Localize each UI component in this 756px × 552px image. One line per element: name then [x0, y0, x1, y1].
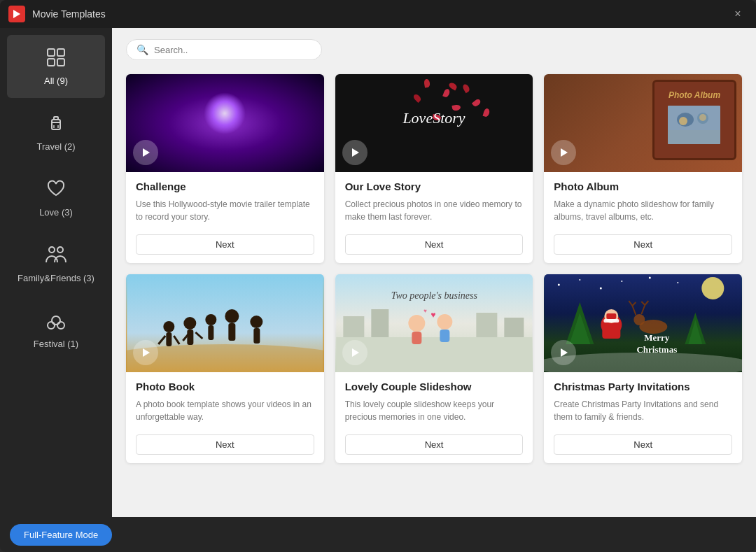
svg-rect-26	[166, 332, 172, 346]
movie-templates-window: Movie Templates × All (9)	[0, 0, 756, 552]
sidebar-item-travel[interactable]: Travel (2)	[7, 101, 105, 164]
next-button-christmas[interactable]: Next	[554, 434, 732, 455]
sidebar-item-all[interactable]: All (9)	[7, 35, 105, 98]
svg-point-47	[408, 315, 425, 332]
svg-marker-15	[352, 148, 359, 157]
svg-rect-6	[54, 117, 58, 120]
svg-point-27	[183, 317, 196, 330]
template-title-photobook: Photo Book	[136, 381, 314, 392]
templates-grid: Challenge Use this Hollywood-style movie…	[112, 67, 756, 517]
search-bar-area: 🔍	[112, 28, 756, 67]
template-footer-couple: Next	[335, 429, 533, 463]
album-cover: Photo Album	[652, 80, 736, 160]
template-desc-couple: This lovely couple slideshow keeps your …	[345, 398, 524, 423]
template-thumb-photoalbum: Photo Album	[544, 74, 742, 172]
svg-rect-28	[187, 330, 193, 345]
template-title-lovestory: Our Love Story	[345, 181, 524, 192]
play-button-couple[interactable]	[342, 340, 368, 365]
template-info-couple: Lovely Couple Slideshow This lovely coup…	[335, 372, 533, 429]
app-logo	[8, 6, 25, 22]
sidebar-item-family[interactable]: Family&Friends (3)	[7, 232, 105, 295]
svg-rect-50	[440, 330, 449, 342]
sidebar-item-festival[interactable]: Festival (1)	[7, 298, 105, 361]
template-desc-challenge: Use this Hollywood-style movie trailer t…	[136, 198, 314, 223]
template-footer-photoalbum: Next	[544, 229, 742, 263]
svg-point-67	[634, 314, 645, 325]
template-info-photobook: Photo Book A photo book template shows y…	[126, 372, 324, 429]
lovestory-text: LoveStory	[402, 109, 465, 127]
svg-marker-53	[352, 348, 359, 357]
next-button-photoalbum[interactable]: Next	[554, 234, 732, 255]
full-feature-button[interactable]: Full-Feature Mode	[10, 524, 112, 546]
next-button-lovestory[interactable]: Next	[345, 234, 524, 255]
template-info-lovestory: Our Love Story Collect precious photos i…	[335, 172, 533, 229]
bottom-bar: Full-Feature Mode	[0, 517, 756, 552]
play-button-photobook[interactable]	[133, 340, 158, 365]
svg-text:Merry: Merry	[645, 332, 671, 343]
template-card-photoalbum: Photo Album	[544, 74, 742, 263]
svg-rect-32	[228, 323, 235, 341]
sidebar-travel-label: Travel (2)	[36, 141, 75, 152]
grid-icon	[46, 47, 66, 71]
svg-marker-0	[13, 10, 20, 18]
close-button[interactable]: ×	[728, 4, 748, 24]
search-input-wrap: 🔍	[126, 39, 322, 60]
svg-rect-71	[607, 313, 617, 319]
svg-point-49	[437, 314, 452, 330]
sidebar-love-label: Love (3)	[39, 207, 73, 218]
svg-point-58	[600, 288, 602, 290]
love-icon	[46, 178, 66, 203]
svg-point-59	[622, 281, 623, 282]
template-desc-christmas: Create Christmas Party Invitations and s…	[554, 398, 732, 423]
svg-point-9	[49, 247, 55, 253]
template-card-couple: Two people's business ♥ ♥	[335, 274, 533, 463]
template-thumb-christmas: Merry Christmas	[544, 274, 742, 372]
content-area: 🔍 Challenge Use this Hollyw	[112, 28, 756, 517]
svg-rect-3	[48, 59, 55, 66]
next-button-couple[interactable]: Next	[345, 434, 524, 455]
svg-text:Two people's business: Two people's business	[391, 290, 477, 301]
svg-point-31	[225, 309, 239, 323]
svg-point-11	[52, 316, 60, 325]
family-icon	[45, 244, 67, 269]
template-title-couple: Lovely Couple Slideshow	[345, 381, 524, 392]
svg-rect-30	[208, 325, 214, 340]
svg-rect-2	[57, 49, 64, 56]
template-info-photoalbum: Photo Album Make a dynamic photo slidesh…	[544, 172, 742, 229]
svg-rect-48	[412, 332, 421, 344]
next-button-photobook[interactable]: Next	[136, 434, 314, 455]
template-footer-lovestory: Next	[335, 229, 533, 263]
sidebar-family-label: Family&Friends (3)	[18, 273, 94, 283]
template-card-photobook: Photo Book A photo book template shows y…	[126, 274, 324, 463]
svg-point-61	[678, 282, 679, 283]
svg-text:♥: ♥	[430, 310, 435, 320]
svg-point-57	[580, 279, 581, 281]
search-input[interactable]	[154, 45, 294, 55]
template-card-christmas: Merry Christmas Christmas Party Invitati…	[544, 274, 742, 463]
svg-rect-5	[52, 120, 60, 129]
svg-rect-19	[668, 130, 720, 144]
play-button-lovestory[interactable]	[342, 140, 368, 165]
search-icon: 🔍	[136, 44, 148, 55]
play-button-challenge[interactable]	[133, 140, 158, 165]
title-bar: Movie Templates ×	[0, 0, 756, 28]
svg-rect-43	[371, 309, 388, 337]
template-title-photoalbum: Photo Album	[554, 181, 732, 192]
template-desc-photobook: A photo book template shows your videos …	[136, 398, 314, 423]
sidebar-item-love[interactable]: Love (3)	[7, 167, 105, 229]
window-title: Movie Templates	[32, 8, 728, 20]
template-card-challenge: Challenge Use this Hollywood-style movie…	[126, 74, 324, 263]
svg-rect-45	[504, 318, 524, 337]
svg-point-29	[205, 314, 216, 325]
svg-rect-1	[48, 49, 55, 56]
template-desc-lovestory: Collect precious photos in one video mem…	[345, 198, 524, 223]
next-button-challenge[interactable]: Next	[136, 234, 314, 255]
svg-rect-72	[604, 319, 620, 323]
svg-text:♥: ♥	[424, 308, 427, 314]
svg-rect-34	[253, 328, 260, 344]
template-card-lovestory: LoveStory Our Love Story Collect preciou…	[335, 74, 533, 263]
sidebar-all-label: All (9)	[44, 76, 68, 86]
play-button-photoalbum[interactable]	[551, 140, 576, 165]
svg-point-21	[699, 114, 706, 121]
svg-rect-70	[603, 325, 621, 339]
